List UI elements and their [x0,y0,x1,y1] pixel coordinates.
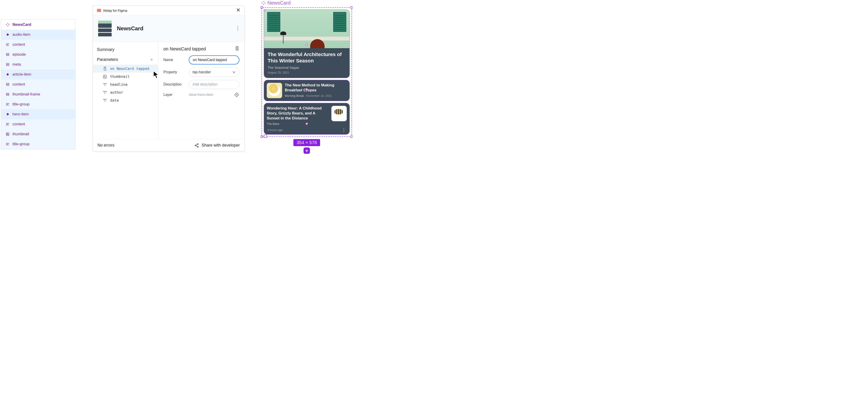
layer-row[interactable]: title-group [1,99,75,109]
param-label: on NewsCard tapped [110,66,149,71]
layers-component-row[interactable]: NewsCard [1,20,75,30]
bars-icon [6,92,10,96]
article-card[interactable]: The New Method to Making Breakfast Crepe… [264,80,350,101]
overflow-menu-button[interactable]: ⋮ [235,26,240,31]
add-variant-button[interactable]: ＋ [304,147,310,154]
layer-label: meta [12,62,21,67]
layer-row[interactable]: content [1,119,75,129]
chevron-down-icon [232,70,236,74]
tap-icon [103,67,107,71]
lines-icon [6,102,10,106]
detail-heading: on NewsCard tapped [163,47,206,52]
svg-rect-3 [8,24,9,25]
component-icon [261,1,266,5]
param-row[interactable]: date [93,96,158,104]
svg-rect-65 [265,2,266,4]
layer-label: audio-item [12,32,30,37]
share-label: Share with developer [202,143,240,148]
dimension-badge: 354 × 578 [293,139,320,146]
audio-thumbnail [331,106,347,121]
layer-label: article-item [12,72,31,77]
layer-label: title-group [12,102,30,107]
target-layer-button[interactable] [234,92,239,97]
lines-icon [6,42,10,47]
param-label: author [110,90,123,94]
canvas-component-label[interactable]: NewsCard [261,0,352,6]
layer-label: thumbnail-frame [12,92,40,97]
param-label: thumbnail [110,74,130,79]
text-icon [103,90,107,94]
description-placeholder: Add description [193,82,217,86]
layer-row[interactable]: article-item [1,69,75,80]
property-value: tap-handler [193,70,211,74]
property-label: Property [163,70,185,74]
lines-icon [6,122,10,126]
summary-section[interactable]: Summary [93,46,158,55]
audio-date: 4 hours ago [267,128,283,132]
layer-row[interactable]: thumbnail [1,129,75,139]
svg-rect-63 [263,4,264,5]
layer-row[interactable]: content [1,39,75,50]
name-input[interactable]: on NewsCard tapped [189,55,239,64]
delete-button[interactable] [235,46,239,52]
layer-row[interactable]: thumbnail-frame [1,89,75,99]
bars-icon [6,82,10,86]
selection-dot-icon [306,88,308,90]
param-row[interactable]: thumbnail [93,72,158,81]
layer-label: thumbnail [12,132,29,137]
hero-card[interactable]: The Wonderful Architectures of This Wint… [264,9,350,78]
layer-row[interactable]: meta [1,59,75,69]
article-headline: The New Method to Making Breakfast Crepe… [285,83,347,93]
layer-label: title-group [12,142,30,146]
add-parameter-button[interactable]: ＋ [149,56,154,63]
svg-point-36 [104,76,105,77]
diamond-icon [6,33,10,37]
layer-row[interactable]: episode [1,50,75,59]
layers-component-label: NewsCard [12,22,31,27]
layer-label: content [12,82,25,87]
svg-line-60 [196,144,197,145]
component-thumbnail [97,20,113,37]
svg-line-61 [196,146,197,147]
audio-card[interactable]: Wondering Hour: A Childhood Story, Grizz… [264,103,350,135]
lines-icon [6,142,10,146]
image-icon [103,74,107,79]
layer-label: hero-item [12,112,29,117]
param-row[interactable]: author [93,88,158,96]
layer-row[interactable]: title-group [1,139,75,149]
plugin-titlebar: Relay for Figma [93,6,244,16]
parameters-section: Parameters [97,57,118,62]
share-icon [194,143,199,148]
close-button[interactable] [236,8,240,13]
share-button[interactable]: Share with developer [194,143,240,148]
layer-row[interactable]: hero-item [1,109,75,119]
property-select[interactable]: tap-handler [189,68,239,77]
audio-headline: Wondering Hour: A Childhood Story, Grizz… [267,106,329,121]
svg-rect-62 [263,1,264,2]
layer-row[interactable]: audio-item [1,30,75,39]
component-name: NewsCard [117,25,231,32]
hero-headline: The Wonderful Architectures of This Wint… [268,51,346,64]
status-text: No errors [97,143,114,148]
article-date: November 10, 2021 [306,94,332,97]
plugin-header: NewsCard ⋮ [93,16,244,42]
layer-row[interactable]: content [1,80,75,89]
audio-author: The Bees [267,122,279,125]
plugin-sidebar: Summary Parameters ＋ on NewsCard tapped … [93,42,158,139]
mouse-cursor-icon [153,70,160,79]
selection-bounds[interactable]: The Wonderful Architectures of This Wint… [261,7,352,137]
svg-rect-24 [6,113,9,115]
plugin-footer: No errors Share with developer [93,139,244,151]
layer-value: view=hero-item [189,93,213,97]
svg-rect-14 [6,73,9,76]
layer-label: Layer [163,93,185,97]
description-label: Description [163,82,185,86]
param-row[interactable]: headline [93,81,158,88]
layer-label: episode [12,52,26,57]
plugin-title: Relay for Figma [103,8,127,12]
param-label: date [110,98,119,102]
article-thumbnail [267,83,282,98]
param-row[interactable]: on NewsCard tapped [93,65,158,72]
description-input[interactable]: Add description [189,80,239,89]
selection-dot-icon [306,44,308,46]
